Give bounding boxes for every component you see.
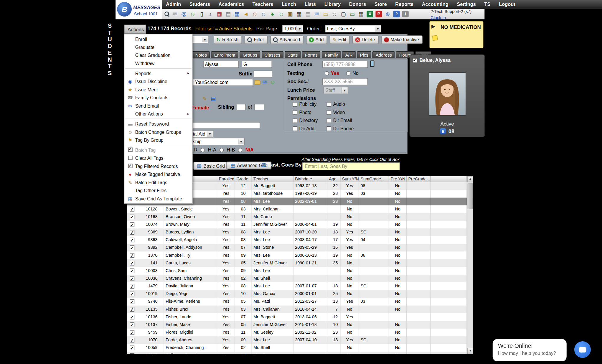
student-card-checkbox[interactable] (413, 58, 417, 63)
scroll-up-button[interactable] (467, 176, 473, 182)
menu-item-reset-password[interactable]: ▬Reset Password (124, 120, 192, 128)
monitor-icon[interactable]: ▢ (340, 11, 347, 17)
table-row[interactable]: 10003Chris, SamYes09Mrs. LeeNoNo (127, 267, 473, 275)
edit-button[interactable]: ✎Edit (330, 35, 349, 44)
permission-checkbox-audio[interactable] (326, 102, 331, 107)
globe-icon[interactable]: ⊕ (384, 11, 391, 17)
permission-checkbox-dir-addr[interactable] (293, 126, 297, 131)
tab-forms[interactable]: Forms (302, 51, 321, 58)
table-row[interactable]: 10059Frederick, ChanningYes02Mr. ShellNo… (127, 344, 473, 352)
vertical-scrollbar[interactable] (467, 176, 473, 354)
nav-item-teachers[interactable]: Teachers (248, 0, 277, 9)
info-icon[interactable]: i (402, 11, 409, 17)
middle-name-field[interactable] (242, 61, 272, 68)
column-header-grade[interactable]: Grade (235, 176, 252, 182)
menu-item-graduate[interactable]: Graduate (124, 43, 192, 51)
table-row[interactable]: 9392Campbell, AddysonYes07Mrs. Stone2009… (127, 244, 473, 251)
nav-item-donors[interactable]: Donors (345, 0, 370, 9)
row-checkbox[interactable] (130, 353, 134, 354)
column-header-birthdate[interactable]: Birthdate (293, 176, 327, 182)
tab-groups[interactable]: Groups (240, 51, 260, 58)
tab-stats[interactable]: Stats (284, 51, 301, 58)
texting-yes-radio[interactable] (325, 71, 329, 75)
table-row[interactable]: 10137Fisher, MaseYes05Jennifer M.Glover2… (127, 321, 473, 329)
table-row[interactable]: 1070Forde, AndresYes09Mrs. Lee2007-04-10… (127, 336, 473, 344)
nav-item-lunch[interactable]: Lunch (278, 0, 301, 9)
row-checkbox[interactable] (130, 284, 134, 289)
financial-aid-select[interactable]: ial Aid (191, 130, 213, 138)
table-row[interactable]: 10128Bowen, StacieYes03Mrs. CallahanNoNo (127, 205, 473, 213)
excel-icon[interactable]: X (367, 11, 373, 17)
row-checkbox[interactable] (130, 222, 134, 227)
notes-icon[interactable]: ▤ (225, 11, 231, 17)
menu-item-issue-discipline[interactable]: ◉Issue Discipline (124, 78, 192, 85)
document-icon[interactable]: ▤ (305, 11, 311, 17)
membership-select[interactable]: ship (191, 138, 245, 145)
status-radio-r[interactable] (201, 148, 205, 152)
menu-item-reports[interactable]: Reports► (124, 69, 192, 77)
person-green-icon[interactable]: ☺ (278, 11, 285, 17)
credit-card-icon[interactable]: ▭ (349, 11, 355, 17)
sibling-total-field[interactable] (254, 104, 264, 110)
row-checkbox[interactable] (130, 230, 134, 235)
misc-text-field[interactable] (182, 122, 260, 128)
column-header-teacher[interactable]: Teacher (252, 176, 293, 182)
clock-in-link[interactable]: Clock In (431, 15, 446, 20)
mail-send-icon[interactable]: ✉ (314, 11, 320, 17)
filter-button[interactable]: Filter (245, 35, 268, 44)
leaf-icon[interactable]: ♣ (269, 11, 276, 17)
table-row[interactable]: 9863Caldwell, AngelaYes08Mrs. Lee2008-04… (127, 236, 473, 244)
permission-checkbox-dir-email[interactable] (326, 118, 331, 123)
nav-item-admin[interactable]: Admin (162, 0, 185, 9)
refresh-button[interactable]: ↻Refresh (214, 35, 242, 44)
tab-a-r[interactable]: A/R (342, 51, 356, 58)
announcement-icon[interactable]: ◄ (243, 11, 249, 17)
lunch-price-select[interactable]: Staff (324, 87, 348, 94)
row-checkbox[interactable] (130, 345, 134, 350)
scrollbar-thumb[interactable] (468, 183, 473, 209)
sibling-number-field[interactable] (236, 104, 245, 110)
calendar-blue-icon[interactable]: ▦ (234, 11, 240, 17)
nav-item-students[interactable]: Students (185, 0, 215, 9)
table-row[interactable]: 10074Brown, MaryYes11Jennifer M.Glover20… (127, 221, 473, 228)
suffix-field[interactable] (254, 70, 272, 78)
menu-item-make-tagged-inactive[interactable]: ●Make Tagged Inactive (124, 170, 192, 178)
order-select[interactable]: Last, GoesBy (325, 25, 381, 32)
row-checkbox[interactable] (130, 276, 134, 281)
tab-family[interactable]: Family (322, 51, 341, 58)
delete-button[interactable]: ×Delete (352, 35, 378, 44)
speaker-icon[interactable]: ♪ (207, 11, 214, 17)
table-row[interactable]: 9746Fils-Aime, KerlensYes05Ms. Patti2012… (127, 298, 473, 305)
nav-item-logout[interactable]: Logout (495, 0, 519, 9)
row-checkbox[interactable] (130, 291, 134, 296)
tab-notes[interactable]: Notes (192, 51, 210, 58)
tab-address[interactable]: Address (372, 51, 395, 58)
row-checkbox[interactable] (130, 307, 134, 312)
mobile-phone-icon[interactable] (370, 60, 374, 67)
table-row[interactable]: 10019Diego, YegiYes10Mrs. Garcia2000-01-… (127, 290, 473, 298)
row-checkbox[interactable] (130, 215, 134, 219)
pdf-icon[interactable]: P (375, 11, 382, 17)
permission-checkbox-dir-phone[interactable] (326, 126, 331, 131)
table-row[interactable]: 10136Fisher, LandoYes07Mr. Baggett2013-0… (127, 313, 473, 321)
row-checkbox[interactable] (130, 253, 134, 258)
actions-menu-button[interactable]: Actions (124, 25, 146, 34)
column-header-sum-y-n[interactable]: Sum Y/N (340, 176, 359, 182)
table-row[interactable]: 10135Fisher, BraxYes03Mrs. Callahan2018-… (127, 306, 473, 313)
nav-item-library[interactable]: Library (320, 0, 345, 9)
menu-item-batch-tag[interactable]: Batch Tag (124, 146, 192, 154)
make-inactive-button[interactable]: Make Inactive (381, 35, 423, 44)
help-icon[interactable]: ? (393, 11, 400, 17)
copy-icon[interactable]: ▤ (211, 95, 216, 102)
table-row[interactable]: 1479Davila, JulianaYes08Mrs. Lee2007-01-… (127, 282, 473, 290)
row-checkbox[interactable] (130, 238, 134, 242)
calculator-icon[interactable]: ▦ (296, 11, 302, 17)
table-row[interactable]: 10167Galloway, BrandonYesK4Mrs. BowenNoN… (127, 352, 473, 354)
calendar-red-icon[interactable]: ▦ (216, 11, 222, 17)
row-checkbox[interactable] (130, 322, 134, 327)
mobile-phone-icon[interactable]: ▯ (198, 11, 205, 17)
menu-item-send-email[interactable]: ✉Send Email (124, 102, 192, 110)
chat-smiley-icon[interactable]: ☺ (189, 11, 196, 17)
row-checkbox[interactable] (130, 330, 134, 335)
nav-item-accounting[interactable]: Accounting (418, 0, 453, 9)
